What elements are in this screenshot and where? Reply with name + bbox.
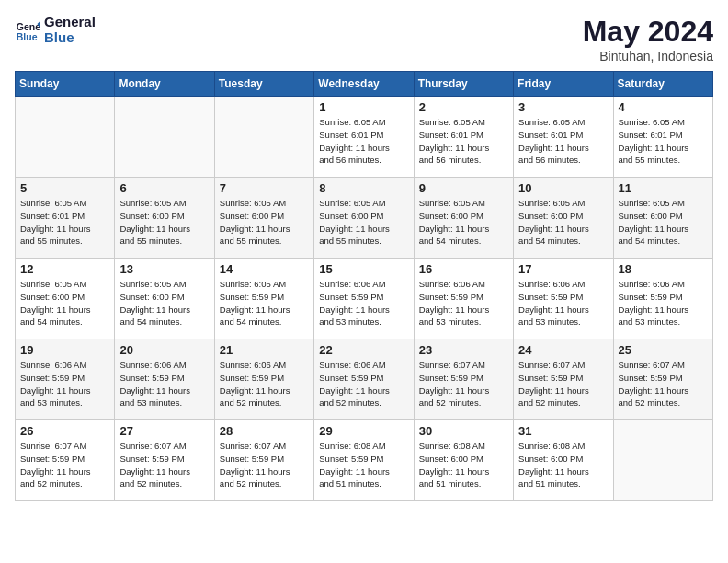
day-info: Sunrise: 6:07 AM Sunset: 5:59 PM Dayligh… bbox=[20, 440, 109, 490]
day-info: Sunrise: 6:08 AM Sunset: 6:00 PM Dayligh… bbox=[518, 440, 608, 490]
weekday-header-wednesday: Wednesday bbox=[314, 72, 414, 97]
weekday-header-friday: Friday bbox=[514, 72, 613, 97]
calendar-cell: 4Sunrise: 6:05 AM Sunset: 6:01 PM Daylig… bbox=[613, 97, 712, 178]
calendar-cell: 12Sunrise: 6:05 AM Sunset: 6:00 PM Dayli… bbox=[16, 259, 115, 339]
calendar-cell: 9Sunrise: 6:05 AM Sunset: 6:00 PM Daylig… bbox=[414, 178, 513, 259]
location-subtitle: Bintuhan, Indonesia bbox=[583, 49, 713, 63]
day-number: 2 bbox=[419, 100, 508, 114]
month-title: May 2024 bbox=[583, 15, 713, 49]
calendar-cell: 26Sunrise: 6:07 AM Sunset: 5:59 PM Dayli… bbox=[16, 420, 115, 501]
day-info: Sunrise: 6:05 AM Sunset: 5:59 PM Dayligh… bbox=[220, 278, 309, 328]
day-number: 28 bbox=[220, 424, 309, 438]
day-info: Sunrise: 6:06 AM Sunset: 5:59 PM Dayligh… bbox=[319, 278, 408, 328]
day-number: 14 bbox=[220, 262, 309, 276]
day-info: Sunrise: 6:06 AM Sunset: 5:59 PM Dayligh… bbox=[518, 278, 608, 328]
day-number: 1 bbox=[319, 100, 408, 114]
day-number: 26 bbox=[20, 424, 109, 438]
calendar-cell: 5Sunrise: 6:05 AM Sunset: 6:01 PM Daylig… bbox=[16, 178, 115, 259]
day-number: 11 bbox=[619, 181, 708, 195]
calendar-cell: 30Sunrise: 6:08 AM Sunset: 6:00 PM Dayli… bbox=[414, 420, 513, 501]
calendar-cell: 2Sunrise: 6:05 AM Sunset: 6:01 PM Daylig… bbox=[414, 97, 513, 178]
day-info: Sunrise: 6:05 AM Sunset: 6:00 PM Dayligh… bbox=[419, 197, 508, 247]
day-number: 25 bbox=[619, 343, 708, 357]
weekday-header-tuesday: Tuesday bbox=[214, 72, 313, 97]
day-number: 13 bbox=[119, 262, 209, 276]
calendar-cell: 29Sunrise: 6:08 AM Sunset: 5:59 PM Dayli… bbox=[314, 420, 414, 501]
calendar-week-row: 12Sunrise: 6:05 AM Sunset: 6:00 PM Dayli… bbox=[16, 259, 713, 339]
calendar-cell: 1Sunrise: 6:05 AM Sunset: 6:01 PM Daylig… bbox=[314, 97, 414, 178]
day-info: Sunrise: 6:06 AM Sunset: 5:59 PM Dayligh… bbox=[619, 278, 708, 328]
calendar-cell bbox=[16, 97, 115, 178]
day-info: Sunrise: 6:05 AM Sunset: 6:00 PM Dayligh… bbox=[119, 197, 209, 247]
calendar-cell: 31Sunrise: 6:08 AM Sunset: 6:00 PM Dayli… bbox=[514, 420, 613, 501]
day-number: 29 bbox=[319, 424, 408, 438]
calendar-cell: 15Sunrise: 6:06 AM Sunset: 5:59 PM Dayli… bbox=[314, 259, 414, 339]
day-info: Sunrise: 6:05 AM Sunset: 6:00 PM Dayligh… bbox=[220, 197, 309, 247]
calendar-cell: 23Sunrise: 6:07 AM Sunset: 5:59 PM Dayli… bbox=[414, 339, 513, 420]
day-info: Sunrise: 6:07 AM Sunset: 5:59 PM Dayligh… bbox=[419, 359, 508, 409]
day-number: 20 bbox=[119, 343, 209, 357]
day-info: Sunrise: 6:07 AM Sunset: 5:59 PM Dayligh… bbox=[119, 440, 209, 490]
calendar-cell: 3Sunrise: 6:05 AM Sunset: 6:01 PM Daylig… bbox=[514, 97, 613, 178]
logo-line1: General bbox=[44, 15, 96, 30]
day-number: 23 bbox=[419, 343, 508, 357]
day-info: Sunrise: 6:05 AM Sunset: 6:00 PM Dayligh… bbox=[20, 278, 109, 328]
day-number: 18 bbox=[619, 262, 708, 276]
day-number: 19 bbox=[20, 343, 109, 357]
logo-icon: General Blue bbox=[15, 17, 40, 43]
day-info: Sunrise: 6:05 AM Sunset: 6:01 PM Dayligh… bbox=[319, 116, 408, 167]
day-number: 16 bbox=[419, 262, 508, 276]
calendar-cell: 18Sunrise: 6:06 AM Sunset: 5:59 PM Dayli… bbox=[613, 259, 712, 339]
day-number: 6 bbox=[119, 181, 209, 195]
calendar-week-row: 5Sunrise: 6:05 AM Sunset: 6:01 PM Daylig… bbox=[16, 178, 713, 259]
day-info: Sunrise: 6:08 AM Sunset: 6:00 PM Dayligh… bbox=[419, 440, 508, 490]
day-number: 22 bbox=[319, 343, 408, 357]
logo: General Blue General Blue bbox=[15, 15, 96, 45]
day-number: 17 bbox=[518, 262, 608, 276]
calendar-cell: 24Sunrise: 6:07 AM Sunset: 5:59 PM Dayli… bbox=[514, 339, 613, 420]
day-number: 5 bbox=[20, 181, 109, 195]
day-info: Sunrise: 6:05 AM Sunset: 6:00 PM Dayligh… bbox=[319, 197, 408, 247]
calendar-week-row: 1Sunrise: 6:05 AM Sunset: 6:01 PM Daylig… bbox=[16, 97, 713, 178]
calendar-cell: 17Sunrise: 6:06 AM Sunset: 5:59 PM Dayli… bbox=[514, 259, 613, 339]
day-info: Sunrise: 6:05 AM Sunset: 6:01 PM Dayligh… bbox=[518, 116, 608, 167]
weekday-header-monday: Monday bbox=[115, 72, 214, 97]
day-number: 8 bbox=[319, 181, 408, 195]
calendar-cell: 19Sunrise: 6:06 AM Sunset: 5:59 PM Dayli… bbox=[16, 339, 115, 420]
weekday-header-sunday: Sunday bbox=[16, 72, 115, 97]
day-info: Sunrise: 6:06 AM Sunset: 5:59 PM Dayligh… bbox=[319, 359, 408, 409]
calendar-cell: 8Sunrise: 6:05 AM Sunset: 6:00 PM Daylig… bbox=[314, 178, 414, 259]
calendar-cell: 28Sunrise: 6:07 AM Sunset: 5:59 PM Dayli… bbox=[214, 420, 313, 501]
weekday-header-saturday: Saturday bbox=[613, 72, 712, 97]
day-number: 4 bbox=[619, 100, 708, 114]
day-info: Sunrise: 6:05 AM Sunset: 6:00 PM Dayligh… bbox=[518, 197, 608, 247]
calendar-cell: 7Sunrise: 6:05 AM Sunset: 6:00 PM Daylig… bbox=[214, 178, 313, 259]
day-number: 12 bbox=[20, 262, 109, 276]
day-number: 7 bbox=[220, 181, 309, 195]
day-number: 9 bbox=[419, 181, 508, 195]
calendar-cell: 25Sunrise: 6:07 AM Sunset: 5:59 PM Dayli… bbox=[613, 339, 712, 420]
calendar-cell: 14Sunrise: 6:05 AM Sunset: 5:59 PM Dayli… bbox=[214, 259, 313, 339]
calendar-cell: 11Sunrise: 6:05 AM Sunset: 6:00 PM Dayli… bbox=[613, 178, 712, 259]
calendar-cell bbox=[613, 420, 712, 501]
day-info: Sunrise: 6:07 AM Sunset: 5:59 PM Dayligh… bbox=[518, 359, 608, 409]
calendar-cell: 27Sunrise: 6:07 AM Sunset: 5:59 PM Dayli… bbox=[115, 420, 214, 501]
day-number: 27 bbox=[119, 424, 209, 438]
day-info: Sunrise: 6:06 AM Sunset: 5:59 PM Dayligh… bbox=[419, 278, 508, 328]
day-info: Sunrise: 6:06 AM Sunset: 5:59 PM Dayligh… bbox=[220, 359, 309, 409]
day-info: Sunrise: 6:05 AM Sunset: 6:00 PM Dayligh… bbox=[619, 197, 708, 247]
day-number: 31 bbox=[518, 424, 608, 438]
day-info: Sunrise: 6:07 AM Sunset: 5:59 PM Dayligh… bbox=[220, 440, 309, 490]
title-block: May 2024 Bintuhan, Indonesia bbox=[583, 15, 713, 63]
weekday-header-row: SundayMondayTuesdayWednesdayThursdayFrid… bbox=[16, 72, 713, 97]
calendar-week-row: 19Sunrise: 6:06 AM Sunset: 5:59 PM Dayli… bbox=[16, 339, 713, 420]
day-info: Sunrise: 6:05 AM Sunset: 6:01 PM Dayligh… bbox=[619, 116, 708, 167]
day-number: 30 bbox=[419, 424, 508, 438]
weekday-header-thursday: Thursday bbox=[414, 72, 513, 97]
calendar-cell: 6Sunrise: 6:05 AM Sunset: 6:00 PM Daylig… bbox=[115, 178, 214, 259]
calendar-cell: 16Sunrise: 6:06 AM Sunset: 5:59 PM Dayli… bbox=[414, 259, 513, 339]
calendar-cell: 21Sunrise: 6:06 AM Sunset: 5:59 PM Dayli… bbox=[214, 339, 313, 420]
calendar-cell bbox=[214, 97, 313, 178]
calendar-cell: 13Sunrise: 6:05 AM Sunset: 6:00 PM Dayli… bbox=[115, 259, 214, 339]
day-info: Sunrise: 6:07 AM Sunset: 5:59 PM Dayligh… bbox=[619, 359, 708, 409]
